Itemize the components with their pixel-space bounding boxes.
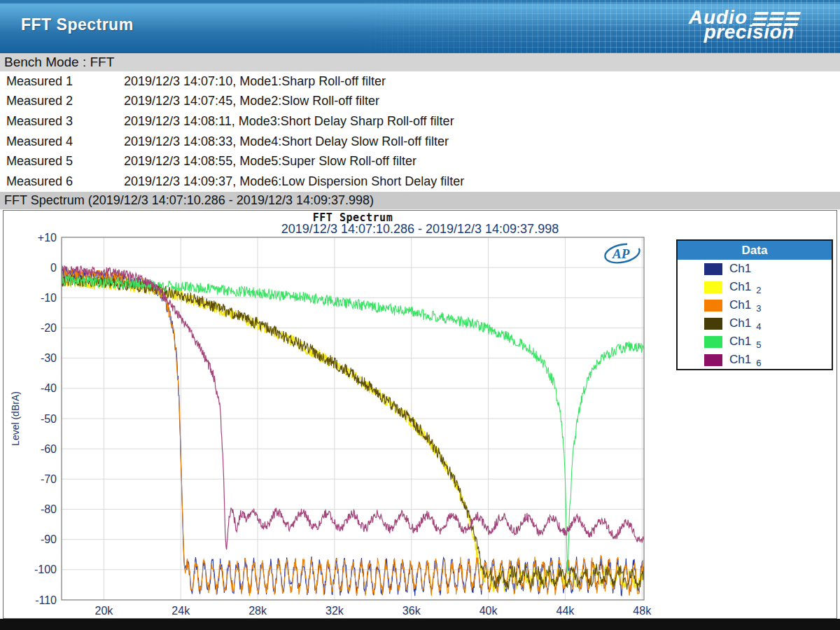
y-tick-label: -60 [41,443,57,455]
measurement-row: Measured 52019/12/3 14:08:55, Mode5:Supe… [0,151,840,172]
legend-item: Ch1 [678,260,832,278]
measurement-value: 2019/12/3 14:07:10, Mode1:Sharp Roll-off… [124,74,386,89]
x-tick-label: 32k [326,605,344,617]
legend-swatch [704,263,722,275]
measurement-label: Measured 1 [0,74,124,89]
x-tick-label: 36k [402,605,421,617]
audio-precision-logo: Audio precision [689,8,799,42]
x-tick-label: 20k [95,605,114,617]
legend-swatch [704,281,722,293]
ap-plot-logo-icon: AP [603,241,641,266]
title-bar: FFT Spectrum Audio precision [0,0,840,53]
measurement-label: Measured 4 [0,134,124,149]
legend-title: Data [678,241,832,260]
y-tick-label: -70 [41,473,57,485]
series-Ch1-2 [62,276,644,592]
measurement-list: Measured 12019/12/3 14:07:10, Mode1:Shar… [0,71,840,192]
x-tick-label: 48k [633,605,652,617]
measurement-row: Measured 12019/12/3 14:07:10, Mode1:Shar… [0,71,840,92]
y-tick-label: -80 [41,503,57,515]
legend-label: Ch1 [729,335,751,349]
report-page: FFT Spectrum Audio precision Bench Mode … [0,0,840,630]
legend-label-subscript: 5 [756,340,761,350]
y-tick-label: -20 [41,322,57,334]
measurement-row: Measured 32019/12/3 14:08:11, Mode3:Shor… [0,111,840,132]
legend-item: Ch15 [678,332,832,351]
legend-item: Ch16 [678,351,832,369]
y-tick-label: -40 [41,382,57,394]
legend-item: Ch14 [678,314,832,332]
measurement-row: Measured 42019/12/3 14:08:33, Mode4:Shor… [0,132,840,152]
chart-legend: Data Ch1Ch12Ch13Ch14Ch15Ch16 [676,239,833,370]
measurement-label: Measured 2 [0,94,124,108]
series-Ch1-5 [62,275,644,574]
x-tick-label: 28k [248,605,267,617]
series-Ch1-4 [62,275,644,591]
y-tick-label: -100 [34,564,57,575]
section-header-bar: FFT Spectrum (2019/12/3 14:07:10.286 - 2… [0,192,840,209]
measurement-row: Measured 22019/12/3 14:07:45, Mode2:Slow… [0,92,840,112]
legend-swatch [704,336,722,348]
y-tick-label: -30 [41,352,57,364]
legend-label: Ch1 [729,353,751,367]
page-title: FFT Spectrum [21,15,134,34]
y-tick-label: -50 [41,413,57,425]
legend-label: Ch1 [729,316,751,330]
legend-label-subscript: 2 [756,285,761,295]
measurement-value: 2019/12/3 14:08:33, Mode4:Short Delay Sl… [124,134,449,149]
measurement-label: Measured 6 [0,174,124,189]
measurement-value: 2019/12/3 14:09:37, Mode6:Low Dispersion… [124,174,464,189]
y-tick-label: -110 [35,594,57,606]
y-tick-label: 0 [50,262,57,274]
measurement-row: Measured 62019/12/3 14:09:37, Mode6:Low … [0,172,840,192]
legend-swatch [704,300,722,312]
measurement-value: 2019/12/3 14:08:55, Mode5:Super Slow Rol… [124,154,416,169]
legend-swatch [704,318,722,330]
y-tick-label: -90 [41,533,57,545]
legend-label: Ch1 [729,262,751,276]
x-tick-label: 24k [172,605,190,617]
logo-bars-icon [754,9,799,26]
measurement-label: Measured 3 [0,114,124,129]
measurement-label: Measured 5 [0,154,124,169]
x-tick-label: 44k [556,605,575,617]
legend-label: Ch1 [729,298,751,312]
legend-label: Ch1 [729,280,751,294]
series-Ch1 [62,268,644,596]
bottom-bar [0,619,840,630]
legend-label-subscript: 6 [756,358,761,368]
svg-text:AP: AP [612,246,630,261]
bench-mode-bar: Bench Mode : FFT [0,53,840,71]
legend-swatch [704,354,722,366]
series-Ch1-3 [62,268,644,596]
chart-subtitle: 2019/12/3 14:07:10.286 - 2019/12/3 14:09… [4,222,836,237]
fft-spectrum-chart: +100-10-20-30-40-50-60-70-80-90-100-1102… [3,210,837,619]
legend-label-subscript: 3 [756,303,761,314]
y-tick-label: -10 [41,292,57,304]
legend-item: Ch12 [678,278,832,296]
legend-item: Ch13 [678,296,832,314]
y-axis-title: Level (dBrA) [10,391,21,446]
measurement-value: 2019/12/3 14:08:11, Mode3:Short Delay Sh… [124,114,454,129]
legend-label-subscript: 4 [756,321,761,332]
x-tick-label: 40k [479,605,498,617]
measurement-value: 2019/12/3 14:07:45, Mode2:Slow Roll-off … [124,94,379,108]
